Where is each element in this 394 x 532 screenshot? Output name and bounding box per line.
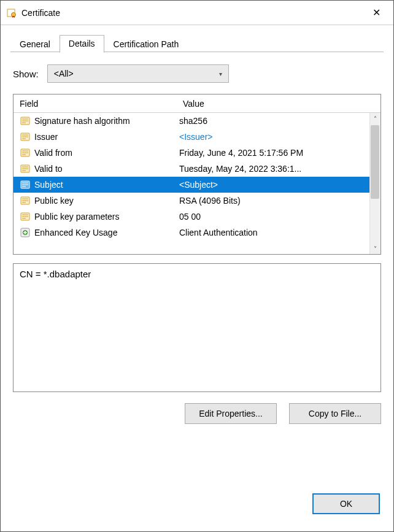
tabstrip: General Details Certification Path [10,34,384,52]
row-field-label: Public key [34,196,179,206]
row-value-label: Tuesday, May 24, 2022 3:36:1... [179,164,368,174]
titlebar: Certificate ✕ [1,1,393,25]
row-field-label: Valid from [34,148,179,158]
field-detail-textbox[interactable]: CN = *.dbadapter [13,263,381,392]
row-value-label: <Issuer> [179,132,368,142]
list-row[interactable]: Public keyRSA (4096 Bits) [14,193,380,209]
property-icon [18,147,32,158]
certificate-icon [7,8,17,18]
property-icon [18,179,32,190]
property-icon [18,131,32,142]
certificate-dialog: Certificate ✕ General Details Certificat… [0,0,394,532]
column-header-field[interactable]: Field [14,99,179,109]
row-field-label: Subject [34,180,179,190]
action-button-row: Edit Properties... Copy to File... [10,392,384,424]
list-row[interactable]: Public key parameters05 00 [14,209,380,225]
row-value-label: <Subject> [179,180,368,190]
property-icon [18,115,32,126]
show-dropdown[interactable]: <All> ▾ [47,64,229,83]
tab-general[interactable]: General [10,36,60,53]
window-title: Certificate [21,8,363,18]
scroll-thumb[interactable] [371,125,379,199]
tab-certification-path[interactable]: Certification Path [104,36,188,53]
row-field-label: Enhanced Key Usage [34,228,179,237]
details-panel: Show: <All> ▾ Field Value Signature hash… [10,52,384,482]
tab-details[interactable]: Details [60,35,104,53]
close-button[interactable]: ✕ [363,3,390,23]
list-row[interactable]: Issuer<Issuer> [14,129,380,145]
row-value-label: 05 00 [179,212,368,222]
show-filter-row: Show: <All> ▾ [10,58,384,94]
property-icon [18,163,32,174]
list-row[interactable]: Subject<Subject> [14,177,380,193]
vertical-scrollbar[interactable]: ˄ ˅ [369,113,380,254]
list-row[interactable]: Valid fromFriday, June 4, 2021 5:17:56 P… [14,145,380,161]
row-field-label: Public key parameters [34,212,179,222]
dialog-footer: OK [1,482,393,531]
extension-icon [18,227,32,238]
property-icon [18,195,32,206]
column-header-value[interactable]: Value [179,99,380,109]
close-icon: ✕ [373,7,380,18]
row-value-label: sha256 [179,116,368,126]
list-row[interactable]: Valid toTuesday, May 24, 2022 3:36:1... [14,161,380,177]
row-value-label: RSA (4096 Bits) [179,196,368,206]
chevron-down-icon: ▾ [219,71,222,77]
scroll-down-arrow-icon[interactable]: ˅ [370,243,380,254]
show-dropdown-value: <All> [54,69,74,79]
copy-to-file-button[interactable]: Copy to File... [289,403,381,424]
list-row[interactable]: Signature hash algorithmsha256 [14,113,380,129]
property-icon [18,211,32,222]
row-field-label: Signature hash algorithm [34,116,179,126]
fields-list-header: Field Value [14,94,380,113]
show-label: Show: [13,69,39,79]
row-field-label: Issuer [34,132,179,142]
list-row[interactable]: Enhanced Key UsageClient Authentication [14,225,380,241]
scroll-up-arrow-icon[interactable]: ˄ [370,113,380,124]
row-value-label: Friday, June 4, 2021 5:17:56 PM [179,148,368,158]
dialog-body: General Details Certification Path Show:… [1,25,393,482]
row-field-label: Valid to [34,164,179,174]
ok-button[interactable]: OK [312,493,380,514]
fields-list-rows: Signature hash algorithmsha256Issuer<Iss… [14,113,380,254]
edit-properties-button[interactable]: Edit Properties... [185,403,277,424]
fields-list: Field Value Signature hash algorithmsha2… [13,94,381,255]
row-value-label: Client Authentication [179,228,368,237]
